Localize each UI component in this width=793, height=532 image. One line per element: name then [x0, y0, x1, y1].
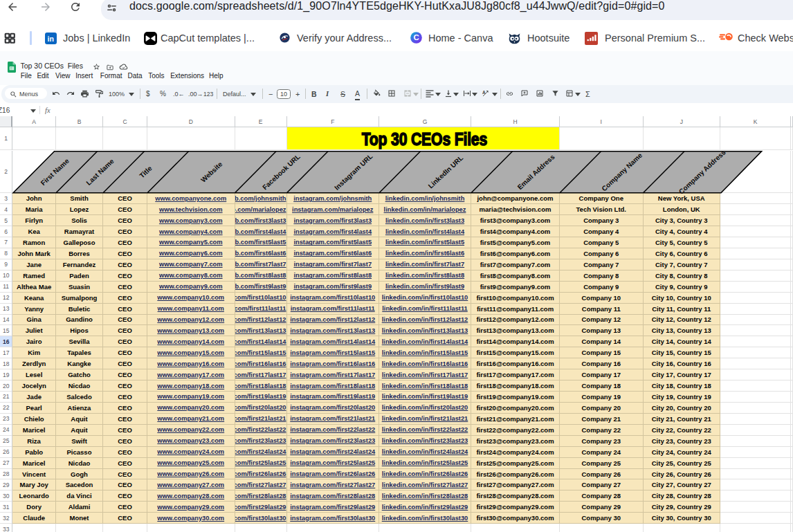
svg-text:C: C	[414, 33, 419, 42]
